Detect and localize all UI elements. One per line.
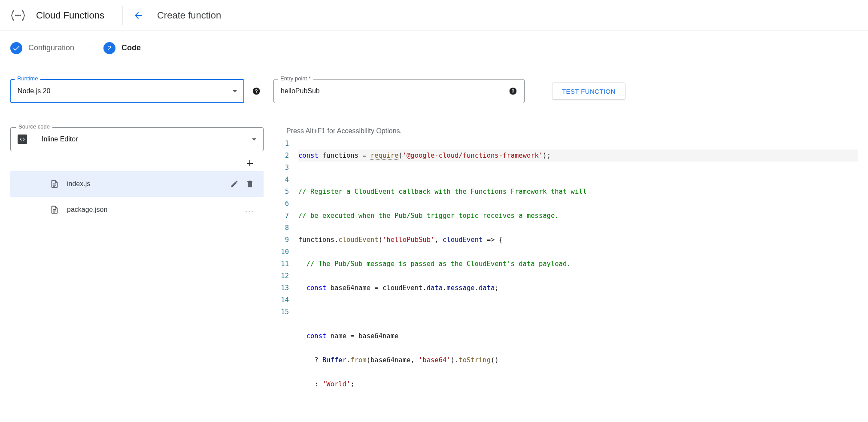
file-item-package[interactable]: package.json ... bbox=[10, 197, 264, 223]
entry-point-input[interactable]: Entry point * ? bbox=[273, 79, 525, 103]
chevron-down-icon bbox=[252, 138, 256, 141]
code-content[interactable]: const functions = require('@google-cloud… bbox=[298, 138, 858, 422]
back-arrow-icon[interactable] bbox=[133, 10, 143, 21]
runtime-value: Node.js 20 bbox=[18, 87, 233, 95]
step2-badge: 2 bbox=[103, 42, 115, 54]
file-name: index.js bbox=[67, 180, 230, 188]
chevron-down-icon bbox=[233, 90, 237, 92]
help-icon[interactable]: ? bbox=[252, 87, 261, 95]
step-connector bbox=[84, 48, 94, 48]
svg-text:?: ? bbox=[511, 88, 514, 94]
step-code[interactable]: 2 Code bbox=[103, 42, 141, 54]
file-item-index[interactable]: index.js bbox=[10, 171, 264, 197]
add-file-icon[interactable] bbox=[245, 158, 255, 168]
accessibility-hint: Press Alt+F1 for Accessibility Options. bbox=[274, 127, 858, 138]
stepper: Configuration 2 Code bbox=[0, 31, 868, 65]
header-divider bbox=[122, 6, 123, 25]
document-icon bbox=[50, 205, 59, 214]
page-title: Create function bbox=[157, 10, 221, 21]
step-configuration[interactable]: Configuration bbox=[10, 42, 74, 54]
source-code-select[interactable]: Source code Inline Editor bbox=[10, 127, 264, 151]
entry-value[interactable] bbox=[281, 87, 502, 95]
runtime-select[interactable]: Runtime Node.js 20 ? bbox=[10, 79, 244, 103]
help-icon[interactable]: ? bbox=[509, 87, 517, 95]
step1-label: Configuration bbox=[28, 43, 74, 52]
svg-point-2 bbox=[19, 15, 21, 16]
file-name: package.json bbox=[67, 206, 245, 214]
runtime-label: Runtime bbox=[15, 75, 40, 82]
code-editor[interactable]: Press Alt+F1 for Accessibility Options. … bbox=[274, 127, 858, 422]
code-icon bbox=[18, 135, 27, 144]
source-value: Inline Editor bbox=[42, 135, 252, 143]
delete-icon[interactable] bbox=[246, 180, 254, 188]
entry-label: Entry point * bbox=[278, 75, 313, 82]
svg-point-0 bbox=[15, 15, 17, 16]
more-icon[interactable]: ... bbox=[245, 205, 254, 214]
line-gutter: 123456789101112131415 bbox=[274, 138, 298, 422]
product-title: Cloud Functions bbox=[36, 10, 122, 21]
product-icon bbox=[10, 8, 26, 23]
step2-label: Code bbox=[121, 43, 141, 52]
check-icon bbox=[10, 42, 22, 54]
edit-icon[interactable] bbox=[230, 180, 239, 188]
svg-text:?: ? bbox=[255, 88, 258, 94]
source-label: Source code bbox=[16, 123, 52, 130]
svg-point-1 bbox=[17, 15, 19, 16]
header-bar: Cloud Functions Create function bbox=[0, 0, 868, 31]
document-icon bbox=[50, 179, 59, 189]
test-function-button[interactable]: TEST FUNCTION bbox=[552, 83, 625, 100]
